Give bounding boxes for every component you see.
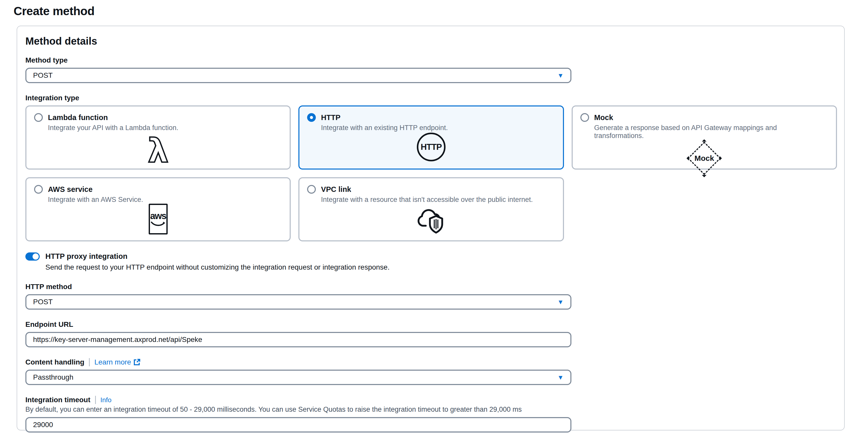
tile-description: Integrate with an AWS Service. xyxy=(48,196,282,204)
tile-description: Integrate your API with a Lambda functio… xyxy=(48,124,282,132)
content-handling-field: Content handling Learn more Passthrough … xyxy=(25,358,836,385)
http-icon: HTTP xyxy=(307,132,555,162)
http-method-label: HTTP method xyxy=(25,283,836,291)
vpc-link-icon xyxy=(307,204,555,234)
radio-http[interactable] xyxy=(307,113,316,122)
radio-vpc-link[interactable] xyxy=(307,185,316,194)
info-link[interactable]: Info xyxy=(100,396,112,404)
method-details-card: Method details Method type POST ▼ Integr… xyxy=(17,26,845,430)
integration-timeout-input[interactable]: 29000 xyxy=(25,417,571,432)
tiles-empty-cell xyxy=(572,177,837,241)
method-type-label: Method type xyxy=(25,56,836,64)
http-method-field: HTTP method POST ▼ xyxy=(25,283,836,310)
integration-timeout-label: Integration timeout xyxy=(25,396,91,404)
integration-timeout-value: 29000 xyxy=(33,421,564,429)
tile-label: HTTP xyxy=(321,113,340,122)
card-title: Method details xyxy=(25,35,836,47)
endpoint-url-value: https://key-server-management.axprod.net… xyxy=(33,336,564,344)
lambda-icon: λ xyxy=(34,132,282,168)
tile-label: AWS service xyxy=(48,185,93,194)
label-divider xyxy=(89,358,90,366)
endpoint-url-field: Endpoint URL https://key-server-manageme… xyxy=(25,320,836,347)
content-handling-value: Passthrough xyxy=(33,373,557,381)
content-handling-select[interactable]: Passthrough ▼ xyxy=(25,370,571,385)
svg-text:λ: λ xyxy=(148,132,168,168)
page-title: Create method xyxy=(13,4,868,18)
chevron-down-icon: ▼ xyxy=(557,374,564,381)
integration-tile-lambda[interactable]: Lambda function Integrate your API with … xyxy=(25,106,291,170)
radio-mock[interactable] xyxy=(580,113,589,122)
tile-label: VPC link xyxy=(321,185,351,194)
http-method-value: POST xyxy=(33,298,557,306)
mock-icon: Mock xyxy=(580,140,828,177)
method-type-value: POST xyxy=(33,71,557,80)
learn-more-link[interactable]: Learn more xyxy=(94,358,141,366)
radio-aws-service[interactable] xyxy=(34,185,43,194)
chevron-down-icon: ▼ xyxy=(557,299,564,305)
integration-timeout-description: By default, you can enter an integration… xyxy=(25,406,836,413)
endpoint-url-input[interactable]: https://key-server-management.axprod.net… xyxy=(25,332,571,347)
label-divider xyxy=(95,396,96,404)
chevron-down-icon: ▼ xyxy=(557,73,564,79)
radio-lambda[interactable] xyxy=(34,113,43,122)
tile-label: Lambda function xyxy=(48,113,108,122)
tile-label: Mock xyxy=(594,113,613,122)
method-type-select[interactable]: POST ▼ xyxy=(25,68,571,83)
http-proxy-description: Send the request to your HTTP endpoint w… xyxy=(45,263,836,271)
integration-tile-mock[interactable]: Mock Generate a response based on API Ga… xyxy=(572,106,837,170)
http-method-select[interactable]: POST ▼ xyxy=(25,294,571,310)
endpoint-url-label: Endpoint URL xyxy=(25,320,836,328)
tile-description: Integrate with a resource that isn't acc… xyxy=(321,196,555,204)
integration-timeout-field: Integration timeout Info By default, you… xyxy=(25,396,836,432)
tile-description: Generate a response based on API Gateway… xyxy=(594,124,828,140)
integration-tile-vpc-link[interactable]: VPC link Integrate with a resource that … xyxy=(299,177,564,241)
aws-icon: aws xyxy=(34,204,282,234)
external-link-icon xyxy=(133,358,141,366)
method-type-field: Method type POST ▼ xyxy=(25,56,836,83)
http-proxy-block: HTTP proxy integration Send the request … xyxy=(25,252,836,271)
integration-tile-http[interactable]: HTTP Integrate with an existing HTTP end… xyxy=(299,106,564,170)
integration-type-label: Integration type xyxy=(25,94,836,102)
http-proxy-toggle[interactable] xyxy=(25,252,40,261)
content-handling-label: Content handling xyxy=(25,358,84,366)
http-proxy-label: HTTP proxy integration xyxy=(45,252,127,261)
integration-type-tiles: Lambda function Integrate your API with … xyxy=(25,106,837,241)
tile-description: Integrate with an existing HTTP endpoint… xyxy=(321,124,555,132)
integration-tile-aws-service[interactable]: AWS service Integrate with an AWS Servic… xyxy=(25,177,291,241)
